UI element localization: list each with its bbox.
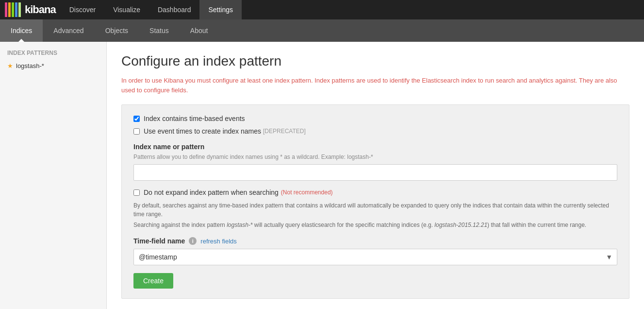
nav-discover[interactable]: Discover (61, 0, 104, 19)
sidebar-item-label: logstash-* (16, 62, 44, 69)
checkbox-no-expand-row: Do not expand index pattern when searchi… (133, 189, 617, 196)
logo-area: kibana (0, 0, 61, 19)
sub-navigation: Indices Advanced Objects Status About (0, 19, 644, 42)
checkbox-no-expand-label[interactable]: Do not expand index pattern when searchi… (144, 189, 279, 196)
checkbox-time-based-row: Index contains time-based events (133, 115, 617, 122)
logo-bar-1 (5, 2, 7, 17)
sidebar-item-logstash[interactable]: ★ logstash-* (0, 59, 106, 72)
sidebar-title: Index Patterns (0, 47, 106, 59)
time-field-label: Time-field name (133, 237, 185, 245)
time-field-select-wrapper: @timestamp ▼ (133, 249, 617, 265)
subnav-indices[interactable]: Indices (0, 19, 43, 42)
subnav-about[interactable]: About (180, 19, 219, 42)
logo-text: kibana (25, 3, 56, 16)
index-name-hint: Patterns allow you to define dynamic ind… (133, 154, 617, 160)
form-section: Index contains time-based events Use eve… (121, 104, 629, 299)
logo-color-bars (5, 2, 22, 17)
info-icon[interactable]: i (189, 237, 197, 245)
checkbox-event-times-label[interactable]: Use event times to create index names (144, 127, 261, 135)
subnav-advanced[interactable]: Advanced (43, 19, 94, 42)
top-navigation: kibana Discover Visualize Dashboard Sett… (0, 0, 644, 19)
nav-dashboard[interactable]: Dashboard (149, 0, 200, 19)
expand-desc-2-middle: will actually query elasticsearch for th… (253, 222, 435, 228)
checkbox-event-times[interactable] (133, 128, 140, 135)
time-field-row: Time-field name i refresh fields (133, 237, 617, 245)
logo-bar-4 (15, 2, 17, 17)
index-name-label: Index name or pattern (133, 143, 617, 151)
logo-bar-5 (18, 2, 21, 17)
main-layout: Index Patterns ★ logstash-* Configure an… (0, 42, 644, 309)
expand-desc-2: Searching against the index pattern logs… (133, 221, 617, 229)
expand-desc-2-prefix: Searching against the index pattern (133, 222, 227, 228)
deprecated-badge: [DEPRECATED] (263, 128, 306, 135)
time-field-select[interactable]: @timestamp (133, 249, 617, 265)
sidebar: Index Patterns ★ logstash-* (0, 42, 107, 309)
logo-bar-2 (8, 2, 11, 17)
expand-desc-2-italic2: logstash-2015.12.21 (434, 222, 487, 228)
main-content: Configure an index pattern In order to u… (107, 42, 644, 309)
expand-desc-1: By default, searches against any time-ba… (133, 201, 617, 219)
expand-desc-2-suffix: ) that fall within the current time rang… (487, 222, 586, 228)
checkbox-time-based-label[interactable]: Index contains time-based events (144, 115, 245, 122)
page-title: Configure an index pattern (121, 53, 629, 69)
star-icon: ★ (7, 62, 13, 69)
nav-visualize[interactable]: Visualize (104, 0, 149, 19)
refresh-fields-link[interactable]: refresh fields (200, 238, 236, 245)
expand-desc-2-italic1: logstash-* (227, 222, 252, 228)
subnav-status[interactable]: Status (139, 19, 180, 42)
checkbox-no-expand[interactable] (133, 189, 140, 196)
create-button[interactable]: Create (133, 273, 173, 289)
not-recommended-label: (Not recommended) (281, 189, 333, 196)
checkbox-event-times-row: Use event times to create index names [D… (133, 127, 617, 135)
nav-settings[interactable]: Settings (199, 0, 242, 19)
info-text: In order to use Kibana you must configur… (121, 76, 629, 95)
index-name-input[interactable]: logstash-* (133, 164, 617, 181)
subnav-objects[interactable]: Objects (95, 19, 139, 42)
top-nav-links: Discover Visualize Dashboard Settings (61, 0, 242, 19)
checkbox-time-based[interactable] (133, 116, 140, 122)
logo-bar-3 (12, 2, 14, 17)
